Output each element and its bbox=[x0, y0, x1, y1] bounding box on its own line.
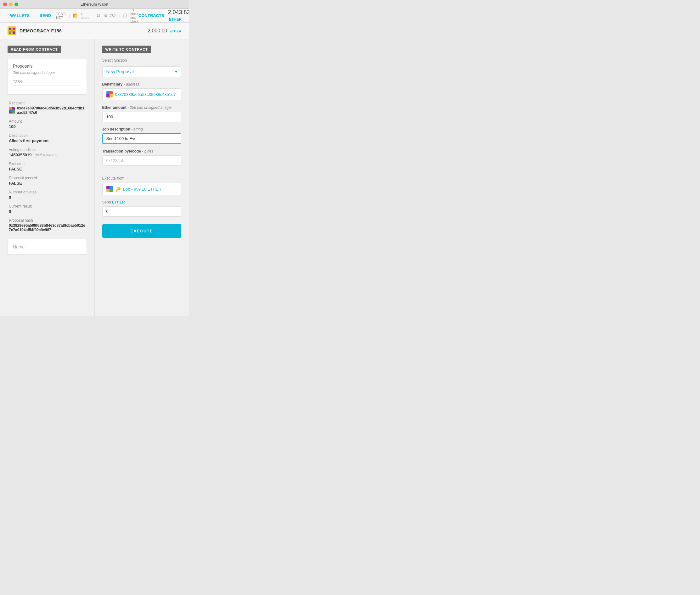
nav-balance: 2,043.83 ETHER bbox=[168, 9, 189, 22]
executed-label: Executed bbox=[9, 162, 86, 166]
svg-rect-19 bbox=[106, 189, 110, 192]
recipient-label: Recipient bbox=[9, 101, 86, 105]
left-panel: READ FROM CONTRACT Proposals 256 bits un… bbox=[0, 39, 95, 316]
executed-value: FALSE bbox=[9, 167, 86, 171]
svg-rect-17 bbox=[110, 189, 113, 192]
select-function-label: Select function bbox=[102, 58, 182, 63]
contract-balance: 2,000.00 ETHER bbox=[147, 28, 181, 34]
proposal-hash-value: 0x3829e95a509f638b84e3c87a8fcbae5012e7c7… bbox=[9, 223, 86, 232]
network-name: TEST-NET bbox=[56, 12, 66, 20]
balance-amount: 2,043.83 bbox=[168, 9, 189, 16]
nav-contracts[interactable]: CONTRACTS bbox=[138, 13, 164, 18]
proposal-hash-row: Proposal hash 0x3829e95a509f638b84e3c87a… bbox=[9, 218, 86, 232]
voting-deadline-value: 1450355019 bbox=[9, 152, 31, 157]
amount-row: Amount 100 bbox=[9, 119, 86, 129]
recipient-row: Recipient 0xce7e89700ac40d563b92d1684cfd… bbox=[9, 101, 86, 115]
current-result-label: Current result bbox=[9, 204, 86, 208]
number-votes-row: Number of votes 0 bbox=[9, 190, 86, 200]
right-panel: WRITE TO CONTRACT Select function New Pr… bbox=[95, 39, 189, 316]
minimize-button[interactable] bbox=[9, 2, 12, 6]
number-votes-label: Number of votes bbox=[9, 190, 86, 194]
voting-deadline-label: Voting deadline bbox=[9, 147, 86, 152]
recipient-address-row: 0xce7e89700ac40d563b92d1684cfdb1aac52f47… bbox=[9, 106, 86, 115]
proposal-passed-row: Proposal passed FALSE bbox=[9, 176, 86, 186]
job-description-group: Job description - string bbox=[102, 127, 182, 144]
contract-name-row: DEMOCRACY F156 bbox=[7, 26, 62, 35]
svg-rect-12 bbox=[110, 91, 113, 94]
svg-rect-5 bbox=[11, 30, 13, 32]
proposals-title: Proposals bbox=[13, 63, 82, 68]
executed-row: Executed FALSE bbox=[9, 162, 86, 171]
read-section-header: READ FROM CONTRACT bbox=[7, 46, 61, 53]
send-ether-label: Send ETHER bbox=[102, 200, 182, 204]
amount-label: Amount bbox=[9, 119, 86, 123]
nav-send[interactable]: SEND bbox=[35, 13, 56, 18]
contract-icon bbox=[7, 26, 16, 35]
nav-right: CONTRACTS 2,043.83 ETHER bbox=[138, 9, 189, 22]
svg-rect-14 bbox=[110, 94, 113, 97]
wifi-icon: 📶 bbox=[73, 13, 77, 18]
svg-rect-9 bbox=[10, 109, 14, 112]
proposals-input[interactable] bbox=[13, 78, 82, 86]
ether-amount-input[interactable] bbox=[102, 112, 182, 122]
blocks-icon: ⛓ bbox=[97, 14, 100, 18]
beneficiary-avatar bbox=[106, 91, 113, 97]
app-window: Ethereum Wallet WALLETS SEND TEST-NET | … bbox=[0, 0, 189, 316]
nav-wallets[interactable]: WALLETS bbox=[5, 13, 35, 18]
recipient-address: 0xce7e89700ac40d563b92d1684cfdb1aac52f47… bbox=[17, 106, 86, 115]
job-description-label: Job description - string bbox=[102, 127, 182, 132]
execute-from-group: Execute from 🔑 Bob - 959.10 ETHER bbox=[102, 176, 182, 195]
svg-rect-13 bbox=[106, 94, 110, 97]
svg-rect-16 bbox=[106, 186, 110, 189]
contract-balance-unit: ETHER bbox=[170, 29, 181, 33]
ether-amount-label: Ether amount - 256 bits unsigned integer bbox=[102, 105, 182, 110]
beneficiary-address: 0x870339a66a53c35988c43b1d7 bbox=[115, 92, 176, 97]
divider bbox=[102, 171, 182, 171]
contract-data: Recipient 0xce7e89700ac40d563b92d1684cfd… bbox=[7, 98, 87, 239]
amount-value: 100 bbox=[9, 124, 86, 129]
select-function-group: Select function New Proposal Vote Execut… bbox=[102, 58, 182, 77]
contract-balance-amount: 2,000.00 bbox=[147, 28, 167, 33]
maximize-button[interactable] bbox=[15, 2, 18, 6]
proposal-hash-label: Proposal hash bbox=[9, 218, 86, 223]
titlebar: Ethereum Wallet bbox=[0, 0, 189, 9]
window-controls bbox=[3, 2, 18, 6]
main-content: READ FROM CONTRACT Proposals 256 bits un… bbox=[0, 39, 189, 316]
voting-deadline-row: Voting deadline 1450355019 (in 5 minutes… bbox=[9, 147, 86, 157]
execute-from-row[interactable]: 🔑 Bob - 959.10 ETHER bbox=[102, 183, 182, 195]
clock-icon: 🕐 bbox=[123, 13, 127, 18]
proposals-subtitle: 256 bits unsigned integer bbox=[13, 70, 82, 75]
network-info: TEST-NET | 📶 4 peers | ⛓ 161,782 | 🕐 5s … bbox=[56, 8, 138, 23]
svg-rect-18 bbox=[110, 186, 113, 189]
current-result-row: Current result 0 bbox=[9, 204, 86, 214]
voting-deadline-hint: (in 5 minutes) bbox=[35, 153, 58, 157]
function-select[interactable]: New Proposal Vote Execute Proposal bbox=[102, 66, 182, 77]
description-row: Description Alice's first payment bbox=[9, 133, 86, 143]
balance-unit: ETHER bbox=[169, 17, 182, 22]
transaction-bytecode-input[interactable] bbox=[102, 155, 182, 166]
ether-link[interactable]: ETHER bbox=[112, 200, 125, 204]
bob-avatar bbox=[106, 186, 113, 192]
name-card-title: Name bbox=[13, 244, 82, 249]
execute-from-label: Execute from bbox=[102, 176, 182, 180]
send-ether-input[interactable] bbox=[102, 206, 182, 217]
contract-title: DEMOCRACY F156 bbox=[20, 28, 62, 33]
block-count: 161,782 bbox=[103, 14, 116, 18]
beneficiary-address-field: 0x870339a66a53c35988c43b1d7 bbox=[102, 88, 182, 100]
beneficiary-label: Beneficiary - address bbox=[102, 82, 182, 86]
svg-rect-11 bbox=[106, 91, 110, 94]
number-votes-value: 0 bbox=[9, 195, 86, 200]
transaction-bytecode-label: Transaction bytecode - bytes bbox=[102, 149, 182, 153]
proposal-passed-label: Proposal passed bbox=[9, 176, 86, 180]
proposals-card: Proposals 256 bits unsigned integer bbox=[7, 58, 87, 95]
description-label: Description bbox=[9, 133, 86, 138]
ether-amount-group: Ether amount - 256 bits unsigned integer bbox=[102, 105, 182, 122]
execute-button[interactable]: EXECUTE bbox=[102, 224, 182, 238]
contract-header: DEMOCRACY F156 2,000.00 ETHER bbox=[0, 23, 189, 39]
name-card: Name bbox=[7, 239, 87, 255]
write-section-header: WRITE TO CONTRACT bbox=[102, 46, 151, 53]
execute-from-value: Bob - 959.10 ETHER bbox=[123, 187, 161, 192]
close-button[interactable] bbox=[3, 2, 7, 6]
key-icon: 🔑 bbox=[115, 187, 120, 192]
job-description-input[interactable] bbox=[102, 133, 182, 144]
